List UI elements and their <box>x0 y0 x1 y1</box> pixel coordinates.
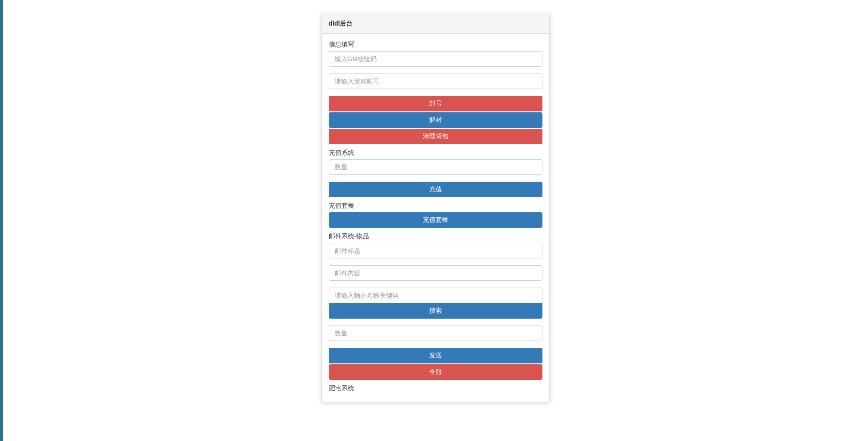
panel-title: dldl后台 <box>322 14 549 34</box>
mail-quantity-input[interactable] <box>329 326 542 341</box>
info-section-label: 信息填写 <box>329 41 542 49</box>
panel-body: 信息填写 封号 解封 清理背包 充值系统 充值 充值套餐 充值套餐 邮件系统-物… <box>322 34 549 402</box>
admin-panel: dldl后台 信息填写 封号 解封 清理背包 充值系统 充值 充值套餐 充值套餐… <box>321 14 550 402</box>
recharge-package-section-label: 充值套餐 <box>329 202 542 210</box>
all-server-button[interactable]: 全服 <box>329 364 542 380</box>
recharge-section-label: 充值系统 <box>329 149 542 157</box>
mail-item-section-label: 邮件系统-物品 <box>329 232 542 241</box>
game-account-input[interactable] <box>329 74 542 89</box>
mail-title-input[interactable] <box>329 243 542 258</box>
send-button[interactable]: 发送 <box>329 348 542 363</box>
mail-content-input[interactable] <box>329 265 542 281</box>
ban-button[interactable]: 封号 <box>329 96 542 111</box>
clear-bag-button[interactable]: 清理背包 <box>329 129 542 144</box>
gm-code-input[interactable] <box>329 51 542 67</box>
search-button[interactable]: 搜索 <box>329 303 542 319</box>
recharge-button[interactable]: 充值 <box>329 182 542 197</box>
recharge-quantity-input[interactable] <box>329 159 542 175</box>
recharge-package-button[interactable]: 充值套餐 <box>329 212 542 228</box>
unban-button[interactable]: 解封 <box>329 112 542 128</box>
item-search-input[interactable] <box>329 288 542 303</box>
feizhai-section-label: 肥宅系统 <box>329 384 542 393</box>
